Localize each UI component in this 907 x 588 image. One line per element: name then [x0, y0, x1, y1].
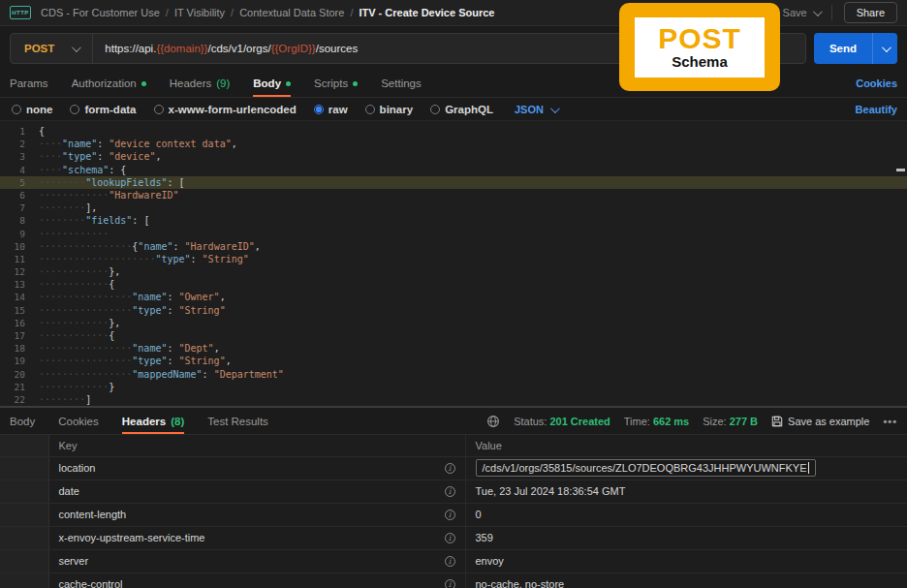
code-line: 12············},	[0, 265, 907, 278]
tab-authorization[interactable]: Authorization	[72, 70, 146, 97]
code-token: ············	[39, 329, 109, 342]
tab-settings[interactable]: Settings	[381, 70, 422, 97]
method-select[interactable]: POST	[11, 43, 92, 54]
line-number: 11	[0, 253, 39, 265]
code-token: "schema"	[62, 164, 109, 176]
header-value-input[interactable]: /cds/v1/orgs/35815/sources/ZLO7DEOQBRG43…	[476, 459, 816, 477]
tab-body[interactable]: Body	[253, 70, 291, 97]
header-value-cell[interactable]: /cds/v1/orgs/35815/sources/ZLO7DEOQBRG43…	[465, 456, 907, 480]
info-icon[interactable]: i	[445, 556, 455, 567]
response-tab-body[interactable]: Body	[10, 408, 35, 434]
tab-params[interactable]: Params	[10, 70, 48, 97]
info-icon[interactable]: i	[445, 510, 455, 520]
response-size: Size:277 B	[703, 416, 758, 427]
body-type-binary[interactable]: binary	[365, 104, 414, 115]
line-number: 19	[0, 355, 39, 367]
response-time: Time:662 ms	[624, 416, 689, 427]
info-icon[interactable]: i	[445, 533, 455, 543]
send-chevron-icon	[882, 43, 891, 52]
code-token: ,	[226, 355, 232, 367]
header-key-cell[interactable]: x-envoy-upstream-service-timei	[48, 526, 465, 549]
network-globe-icon[interactable]	[486, 415, 500, 428]
beautify-link[interactable]: Beautify	[856, 104, 897, 115]
code-token: ················	[39, 291, 132, 303]
code-token: ············	[39, 317, 109, 329]
code-token: :	[97, 138, 109, 150]
green-dot-icon	[141, 81, 146, 86]
radio-icon	[154, 105, 164, 114]
header-key-cell[interactable]: content-lengthi	[48, 503, 465, 526]
code-token: "String"	[203, 253, 249, 265]
line-number: 5	[0, 176, 39, 189]
response-tab-test-results[interactable]: Test Results	[207, 408, 268, 434]
header-value-cell[interactable]: no-cache, no-store	[465, 573, 907, 588]
code-line: 21············}	[0, 381, 907, 393]
body-type-GraphQL[interactable]: GraphQL	[430, 104, 493, 115]
key-column-header: Key	[48, 435, 465, 456]
header-value-cell[interactable]: 0	[465, 503, 907, 526]
url-input[interactable]: https://api.{{domain}}/cds/v1/orgs/{{Org…	[92, 34, 369, 63]
response-tab-headers[interactable]: Headers(8)	[122, 408, 184, 434]
line-number: 22	[0, 393, 39, 406]
header-key-label: content-length	[59, 509, 127, 520]
language-chevron-icon	[550, 104, 560, 113]
text-cursor	[808, 462, 809, 474]
code-token: "String"	[179, 304, 226, 317]
code-line: 5········"lookupFields": [	[0, 176, 907, 189]
more-options-button[interactable]: •••	[883, 416, 897, 427]
code-token: },	[109, 317, 120, 329]
code-token: "type"	[62, 150, 97, 163]
breadcrumb[interactable]: CDS - For Customer Use/IT Visibility/Con…	[41, 7, 494, 18]
line-number: 3	[0, 150, 39, 163]
api-client-window: HTTP CDS - For Customer Use/IT Visibilit…	[0, 0, 907, 588]
language-select[interactable]: JSON	[515, 104, 557, 115]
header-key-cell[interactable]: serveri	[48, 549, 465, 573]
response-tab-cookies[interactable]: Cookies	[58, 408, 99, 434]
send-options-button[interactable]	[872, 33, 897, 64]
code-token: "device"	[109, 150, 155, 163]
line-number: 10	[0, 240, 39, 253]
cookies-link[interactable]: Cookies	[856, 77, 897, 89]
header-key-label: x-envoy-upstream-service-time	[59, 532, 205, 543]
send-button[interactable]: Send	[814, 33, 872, 64]
body-type-x-www-form-urlencoded[interactable]: x-www-form-urlencoded	[154, 104, 297, 115]
info-icon[interactable]: i	[445, 486, 455, 497]
breadcrumb-item[interactable]: Contextual Data Store	[239, 7, 344, 18]
code-token: "type"	[132, 355, 167, 367]
request-body-editor[interactable]: 1{2····"name": "device context data",3··…	[0, 120, 907, 408]
method-label: POST	[24, 43, 54, 54]
tab-headers[interactable]: Headers(9)	[170, 70, 231, 97]
tab-count-badge: (9)	[216, 77, 230, 89]
header-key-cell[interactable]: cache-controli	[48, 573, 465, 588]
breadcrumb-item[interactable]: IT Visibility	[174, 7, 225, 18]
code-token: ················	[39, 304, 132, 317]
line-number: 4	[0, 164, 39, 176]
code-token: "name"	[132, 291, 167, 303]
code-token: "Owner"	[179, 291, 220, 303]
code-line: 6············"HardwareID"	[0, 189, 907, 201]
code-token: ········	[39, 393, 85, 406]
header-value-cell[interactable]: envoy	[465, 549, 907, 573]
save-options-chevron-icon[interactable]	[813, 7, 823, 16]
header-key-cell[interactable]: locationi	[48, 456, 465, 480]
line-number: 15	[0, 304, 39, 317]
info-icon[interactable]: i	[445, 579, 455, 588]
body-type-form-data[interactable]: form-data	[70, 104, 136, 115]
line-number: 18	[0, 342, 39, 355]
url-variable: {{domain}}	[156, 43, 207, 54]
breadcrumb-item[interactable]: CDS - For Customer Use	[41, 7, 160, 18]
header-value-cell[interactable]: Tue, 23 Jul 2024 18:36:54 GMT	[465, 480, 907, 503]
tab-count-badge: (8)	[171, 416, 184, 427]
save-as-example-button[interactable]: Save as example	[771, 416, 869, 427]
body-type-none[interactable]: none	[12, 104, 52, 115]
table-row: dateiTue, 23 Jul 2024 18:36:54 GMT	[0, 480, 907, 503]
tab-scripts[interactable]: Scripts	[314, 70, 358, 97]
header-value-cell[interactable]: 359	[465, 526, 907, 549]
share-button[interactable]: Share	[844, 2, 897, 23]
breadcrumb-item[interactable]: ITV - Create Device Source	[359, 7, 494, 18]
code-line: 2····"name": "device context data",	[0, 138, 907, 150]
info-icon[interactable]: i	[445, 463, 455, 474]
body-type-raw[interactable]: raw	[314, 104, 348, 115]
header-key-cell[interactable]: datei	[48, 480, 465, 503]
tab-label: Test Results	[207, 416, 268, 427]
